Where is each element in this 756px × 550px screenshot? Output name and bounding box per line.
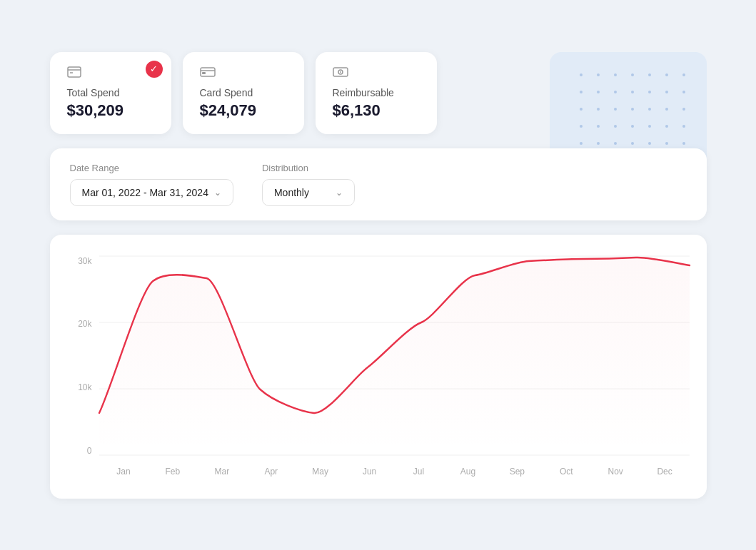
y-label-30k: 30k xyxy=(67,256,99,266)
svg-rect-5 xyxy=(202,72,206,74)
date-range-chevron-icon: ⌄ xyxy=(214,188,221,198)
y-axis: 0 10k 20k 30k xyxy=(67,256,99,456)
y-label-10k: 10k xyxy=(67,382,99,392)
svg-point-8 xyxy=(340,71,341,73)
reimbursable-label: Reimbursable xyxy=(333,87,420,98)
svg-rect-0 xyxy=(68,67,81,77)
x-label-jan: Jan xyxy=(99,467,148,477)
x-label-jul: Jul xyxy=(394,467,443,477)
chart-inner xyxy=(99,256,690,456)
x-label-nov: Nov xyxy=(591,467,640,477)
date-range-select[interactable]: Mar 01, 2022 - Mar 31, 2024 ⌄ xyxy=(70,179,233,206)
x-label-dec: Dec xyxy=(640,467,690,477)
reimbursable-value: $6,130 xyxy=(333,101,420,120)
card-spend-icon xyxy=(200,66,287,81)
distribution-value: Monthly xyxy=(274,187,309,198)
distribution-group: Distribution Monthly ⌄ xyxy=(262,163,355,206)
total-spend-card: ✓ Total Spend $30,209 xyxy=(50,52,171,134)
card-spend-label: Card Spend xyxy=(200,87,287,98)
total-spend-label: Total Spend xyxy=(67,87,154,98)
x-label-sep: Sep xyxy=(493,467,542,477)
date-range-label: Date Range xyxy=(70,163,233,173)
filters-panel: Date Range Mar 01, 2022 - Mar 31, 2024 ⌄… xyxy=(50,148,707,220)
x-label-may: May xyxy=(296,467,345,477)
x-label-aug: Aug xyxy=(443,467,493,477)
card-spend-value: $24,079 xyxy=(200,101,287,120)
date-range-value: Mar 01, 2022 - Mar 31, 2024 xyxy=(82,187,208,198)
x-label-mar: Mar xyxy=(197,467,246,477)
x-axis: Jan Feb Mar Apr May Jun Jul Aug Sep Oct … xyxy=(99,459,690,484)
x-label-jun: Jun xyxy=(345,467,394,477)
card-spend-card: Card Spend $24,079 xyxy=(183,52,304,134)
distribution-select[interactable]: Monthly ⌄ xyxy=(262,179,355,206)
y-label-0: 0 xyxy=(67,446,99,456)
line-chart-svg xyxy=(99,256,690,456)
check-badge: ✓ xyxy=(146,61,163,78)
x-label-apr: Apr xyxy=(246,467,296,477)
distribution-chevron-icon: ⌄ xyxy=(336,188,343,198)
date-range-group: Date Range Mar 01, 2022 - Mar 31, 2024 ⌄ xyxy=(70,163,233,206)
chart-area: 0 10k 20k 30k xyxy=(67,256,690,484)
x-label-oct: Oct xyxy=(542,467,591,477)
reimbursable-card: Reimbursable $6,130 xyxy=(316,52,437,134)
total-spend-value: $30,209 xyxy=(67,101,154,120)
check-icon: ✓ xyxy=(150,63,158,74)
y-label-20k: 20k xyxy=(67,319,99,329)
main-container: ✓ Total Spend $30,209 Card Spend xyxy=(29,31,728,520)
reimbursable-icon xyxy=(333,66,420,81)
total-spend-icon xyxy=(67,66,154,81)
x-label-feb: Feb xyxy=(148,467,197,477)
chart-panel: 0 10k 20k 30k xyxy=(50,235,707,499)
distribution-label: Distribution xyxy=(262,163,355,173)
